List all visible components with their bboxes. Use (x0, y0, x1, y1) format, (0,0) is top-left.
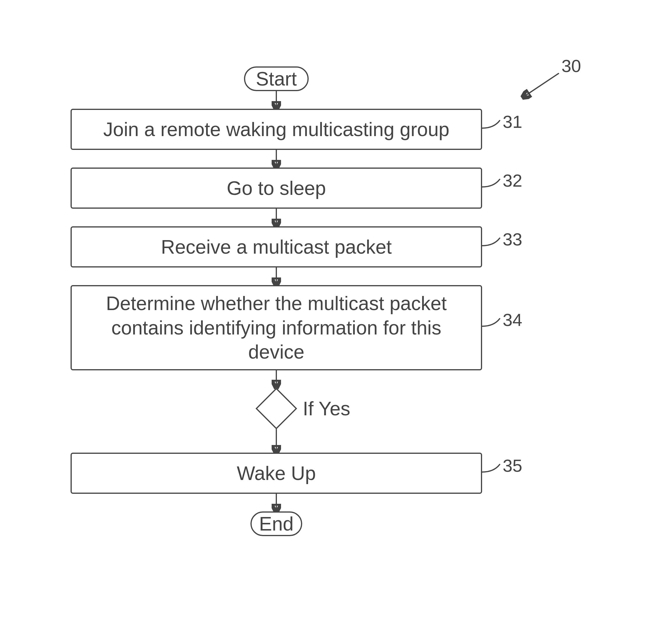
process-step-34: Determine whether the multicast packet c… (71, 285, 482, 370)
decision-diamond (256, 388, 297, 429)
svg-line-7 (523, 73, 558, 97)
reference-number-35: 35 (503, 456, 522, 476)
diagram-reference-number: 30 (561, 56, 581, 76)
reference-number-31: 31 (503, 112, 522, 132)
decision-branch-label: If Yes (303, 397, 350, 420)
terminator-end: End (251, 511, 302, 536)
process-step-33-label: Receive a multicast packet (161, 235, 392, 259)
terminator-start: Start (244, 66, 309, 91)
reference-number-34: 34 (503, 310, 522, 330)
reference-number-33: 33 (503, 229, 522, 250)
terminator-start-label: Start (256, 68, 296, 90)
terminator-end-label: End (259, 512, 293, 535)
process-step-35-label: Wake Up (237, 461, 316, 486)
process-step-31-label: Join a remote waking multicasting group (103, 117, 450, 142)
flowchart-stage: 30 Start Join a remote waking multicasti… (0, 0, 672, 619)
process-step-32: Go to sleep (71, 167, 482, 209)
process-step-34-label: Determine whether the multicast packet c… (91, 291, 462, 364)
process-step-32-label: Go to sleep (227, 176, 326, 200)
process-step-33: Receive a multicast packet (71, 226, 482, 268)
process-step-35: Wake Up (71, 453, 482, 494)
reference-number-32: 32 (503, 170, 522, 191)
process-step-31: Join a remote waking multicasting group (71, 109, 482, 150)
